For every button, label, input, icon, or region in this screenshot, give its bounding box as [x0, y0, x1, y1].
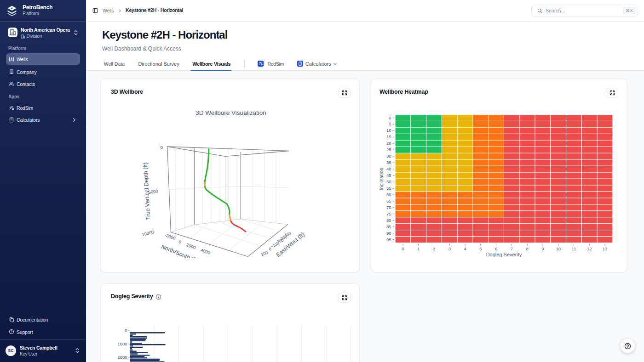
svg-text:6: 6 [495, 246, 497, 251]
svg-text:10: 10 [556, 246, 561, 251]
svg-text:0: 0 [125, 328, 127, 333]
svg-text:90: 90 [386, 230, 391, 235]
svg-text:45: 45 [386, 173, 391, 178]
svg-text:0: 0 [389, 115, 391, 120]
svg-text:Dogleg Severity: Dogleg Severity [486, 251, 522, 257]
svg-text:30: 30 [386, 153, 391, 158]
svg-text:0: 0 [161, 144, 163, 149]
svg-text:10000: 10000 [141, 229, 154, 237]
svg-text:4000: 4000 [200, 247, 211, 255]
svg-text:2000: 2000 [117, 355, 127, 360]
svg-text:65: 65 [386, 198, 391, 203]
svg-text:35: 35 [386, 160, 391, 165]
svg-text:0: 0 [178, 239, 182, 244]
svg-text:80: 80 [386, 217, 391, 222]
svg-text:15: 15 [386, 134, 391, 139]
svg-text:2000: 2000 [186, 242, 197, 250]
svg-text:8: 8 [526, 246, 529, 251]
svg-text:70: 70 [386, 204, 391, 209]
svg-text:55: 55 [386, 186, 391, 191]
svg-text:1: 1 [417, 246, 420, 251]
svg-text:11: 11 [572, 246, 576, 251]
svg-text:95: 95 [386, 237, 391, 242]
svg-text:25: 25 [386, 147, 391, 152]
svg-text:60: 60 [386, 192, 391, 197]
svg-text:12: 12 [587, 246, 592, 251]
svg-text:85: 85 [386, 224, 391, 229]
svg-text:3: 3 [448, 246, 451, 251]
svg-text:50: 50 [386, 179, 391, 184]
svg-text:9: 9 [541, 246, 544, 251]
svg-text:5: 5 [389, 121, 391, 126]
svg-text:Inclination: Inclination [379, 167, 384, 190]
svg-text:4: 4 [464, 246, 466, 251]
svg-text:1000: 1000 [117, 341, 127, 346]
svg-text:20: 20 [386, 141, 391, 146]
svg-text:3D Wellbore Visualization: 3D Wellbore Visualization [196, 109, 266, 116]
svg-text:10: 10 [386, 128, 391, 133]
svg-text:40: 40 [386, 166, 391, 171]
svg-text:5: 5 [479, 246, 482, 251]
svg-text:7: 7 [511, 246, 513, 251]
svg-text:13: 13 [603, 246, 608, 251]
svg-text:75: 75 [386, 211, 391, 216]
svg-text:2: 2 [433, 246, 435, 251]
svg-text:100: 100 [260, 250, 269, 257]
svg-text:0: 0 [402, 246, 404, 251]
